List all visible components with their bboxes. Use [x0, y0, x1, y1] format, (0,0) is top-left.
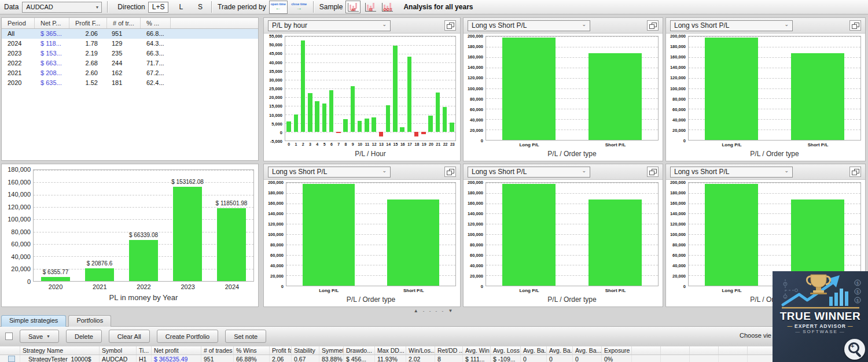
chart-title: P/L / Order type [486, 294, 659, 305]
x-tick-label: Long P/L [519, 142, 539, 147]
copy-chart-icon[interactable] [444, 167, 456, 177]
tab-simple-strategies[interactable]: Simple strategies [1, 315, 66, 327]
strategy-column-header[interactable]: Avg. Ba... [573, 346, 602, 354]
y-tick-label: 0 [683, 284, 686, 289]
strategy-column-header[interactable]: Drawdo... [344, 346, 375, 354]
strategy-column-header[interactable]: Profit fa... [270, 346, 292, 354]
copy-chart-icon[interactable] [647, 167, 659, 177]
period-cell: 2.19 [69, 49, 107, 58]
copy-chart-icon[interactable] [444, 20, 456, 31]
copy-chart-icon[interactable] [647, 20, 659, 31]
period-column-header[interactable]: Net P... [35, 18, 69, 28]
strategy-column-header[interactable]: Ti... [137, 346, 152, 354]
table-row[interactable]: 2021$ 208...2.6016267.2... [2, 68, 258, 78]
clear-all-button[interactable]: Clear All [109, 330, 150, 343]
chart-type-select[interactable]: Long vs Short P/L⌄ [670, 20, 793, 31]
strategy-column-header[interactable] [0, 346, 20, 354]
pager-up-icon[interactable]: ▲ [414, 308, 420, 313]
y-tick-label: 20,000 [672, 274, 686, 279]
strategy-column-header[interactable]: Stability [292, 346, 319, 354]
data-symbol-select[interactable]: AUDCAD ▼ [22, 2, 102, 13]
period-column-header[interactable]: # of tr... [107, 18, 141, 28]
strategy-column-header[interactable]: Avg. Ba... [547, 346, 573, 354]
y-tick-label: 40,000 [470, 117, 483, 122]
x-tick-label: 16 [400, 142, 405, 146]
strategy-column-header[interactable]: Strategy Name [20, 346, 100, 354]
period-column-header[interactable]: Period [2, 18, 35, 28]
strategy-column-header[interactable]: Avg. Win [463, 346, 491, 354]
chart-type-select[interactable]: Long vs Short P/L⌄ [468, 167, 590, 178]
pager-down-icon[interactable]: ▼ [448, 308, 454, 313]
toolbar-separator [211, 1, 212, 13]
strategy-column-header[interactable]: Max DD... [375, 346, 406, 354]
strategy-column-header[interactable]: # of trades [201, 346, 234, 354]
sample-oos-icon[interactable]: OOS [380, 1, 394, 13]
strategy-column-header[interactable]: Avg. Loss [491, 346, 521, 354]
table-row[interactable]: StrategyTester_10000$AUDCADH1$ 365235.49… [0, 355, 868, 362]
chevron-down-icon: ⌄ [582, 21, 586, 27]
x-tick-label: 0 [288, 142, 290, 146]
strategy-column-header[interactable] [632, 346, 661, 354]
gridline [486, 36, 658, 37]
period-column-header[interactable]: Profit F... [69, 18, 107, 28]
table-row[interactable]: 2020$ 635...1.5218162.4... [2, 78, 258, 88]
x-tick-label: 13 [379, 142, 384, 146]
chart-header: Long vs Short P/L⌄ [464, 164, 663, 180]
table-row[interactable]: 2022$ 663...2.6824471.7... [2, 58, 258, 68]
row-checkbox[interactable] [8, 356, 15, 362]
save-button[interactable]: Save ▼ [20, 330, 59, 343]
create-portfolio-button[interactable]: Create Portfolio [157, 330, 218, 343]
bar [387, 200, 440, 286]
strategy-column-header[interactable]: Ret/DD ... [435, 346, 463, 354]
copy-chart-icon[interactable] [849, 167, 861, 177]
chart-type-select[interactable]: Long vs Short P/L⌄ [468, 20, 590, 31]
copy-chart-icon[interactable] [849, 20, 861, 31]
strategy-column-header[interactable]: % Wins [234, 346, 270, 354]
period-cell: 2021 [2, 68, 35, 78]
strategy-column-header[interactable] [661, 346, 690, 354]
true-winner-logo: $ $ $ TRUE [773, 271, 868, 362]
period-column-header[interactable]: % ... [141, 18, 171, 28]
period-table-header: PeriodNet P...Profit F...# of tr...% ... [2, 18, 258, 29]
chart-panel-long-short-1: Long vs Short P/L⌄ 200,000180,000160,000… [463, 17, 663, 161]
strategy-column-header[interactable]: Symbol [100, 346, 137, 354]
strategy-cell: 0 [521, 355, 547, 362]
strategy-column-header[interactable] [719, 346, 748, 354]
y-tick-label: 120,000 [670, 221, 686, 227]
strategy-column-header[interactable]: Avg. Ba... [521, 346, 547, 354]
bar [589, 53, 642, 140]
y-tick-label: 0 [683, 138, 686, 143]
strategy-column-header[interactable] [690, 346, 719, 354]
select-all-checkbox[interactable] [5, 333, 13, 340]
tab-portfolios[interactable]: Portfolios [68, 315, 111, 327]
period-cell: 244 [107, 58, 141, 68]
chart-body: 200,000180,000160,000140,000120,000100,0… [464, 179, 663, 306]
table-row[interactable]: All$ 365...2.0695166.8... [2, 29, 258, 39]
sample-is-icon[interactable]: IS [363, 1, 377, 13]
close-time-button[interactable]: close time → [290, 1, 308, 13]
table-row[interactable]: 2023$ 153...2.1923566.3... [2, 49, 258, 58]
direction-ls-button[interactable]: L+S [148, 2, 169, 13]
direction-s-button[interactable]: S [194, 2, 206, 12]
chart-type-select[interactable]: P/L by hour⌄ [268, 20, 391, 31]
open-time-button[interactable]: open time ← [269, 1, 288, 14]
sample-all-icon[interactable]: all [345, 1, 361, 13]
chart-type-select[interactable]: Long vs Short P/L⌄ [268, 167, 391, 178]
strategy-column-header[interactable]: Net profit [152, 346, 201, 354]
table-row[interactable]: 2024$ 118...1.7812964.3... [2, 39, 258, 49]
chart-type-select[interactable]: Long vs Short P/L⌄ [670, 167, 793, 178]
strategy-column-header[interactable]: Win/Los... [406, 346, 435, 354]
strategy-column-header[interactable]: Exposure [602, 346, 632, 354]
direction-l-button[interactable]: L [175, 2, 186, 12]
gridline [34, 182, 253, 183]
strategy-column-header[interactable]: Symmetry [319, 346, 344, 354]
delete-button[interactable]: Delete [66, 330, 102, 343]
bar [217, 208, 246, 281]
chart-title: PL in money by Year [33, 291, 254, 305]
x-tick-label: Short P/L [808, 142, 829, 147]
set-note-button[interactable]: Set note [225, 330, 266, 343]
chart-pager[interactable]: ▲ ‐ ‐ ‐ ‐ ▼ [402, 308, 466, 313]
y-tick-label: 140,000 [670, 211, 686, 216]
bar [502, 184, 556, 286]
arrow-right-icon: → [290, 6, 308, 10]
